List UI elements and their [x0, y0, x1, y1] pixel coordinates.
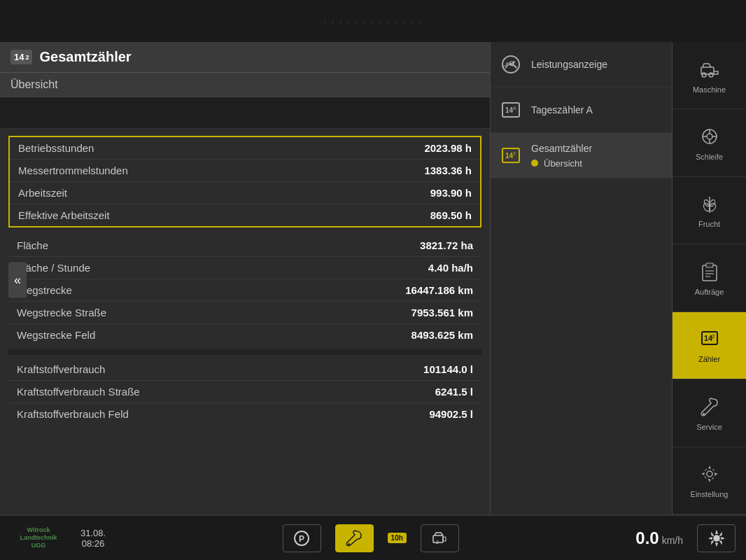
table-row: Kraftstoffverbrauch Straße 6241.5 l: [8, 381, 481, 403]
top-bar: · · · · · · · · · · · · ·: [0, 0, 746, 42]
svg-point-31: [703, 413, 705, 415]
svg-rect-38: [443, 537, 446, 541]
active-dot: [531, 160, 538, 167]
row-value: 16447.186 km: [405, 284, 473, 296]
subtitle-bar: Übersicht: [0, 73, 490, 97]
time-badge: 10h: [388, 533, 407, 543]
table-row: Fläche 3821.72 ha: [8, 234, 481, 257]
left-panel: 14 2 Gesamtzähler Übersicht Betriebsstun…: [0, 42, 491, 514]
taskbar-controls: P 10h 2: [120, 524, 621, 552]
table-row: Wegstrecke Straße 7953.561 km: [8, 302, 481, 324]
far-right-label-schleifer: Schleife: [696, 153, 723, 162]
far-right-frucht[interactable]: Frucht: [673, 177, 746, 244]
taskbar-right-icons: [697, 524, 736, 552]
svg-rect-24: [706, 263, 713, 267]
counter14a-icon: 14 A: [498, 97, 524, 123]
far-right-panel: Maschine Schleife: [673, 42, 746, 514]
taskbar-date: 31.08.: [80, 528, 106, 538]
svg-point-33: [704, 468, 715, 479]
top-bar-decoration: · · · · · · · · · · · · ·: [324, 16, 422, 27]
time-badge-group: 10h: [388, 533, 407, 543]
svg-point-32: [707, 471, 712, 477]
grinder-icon: [697, 124, 722, 149]
row-value: 7953.561 km: [411, 307, 473, 318]
table-row: Wegstrecke Feld 8493.625 km: [8, 324, 481, 346]
far-right-einstellung[interactable]: Einstellung: [673, 447, 746, 514]
far-right-auftraege[interactable]: Aufträge: [673, 244, 746, 312]
wheat-icon: [697, 191, 722, 216]
row-value: 869.50 h: [430, 209, 472, 221]
parking-button[interactable]: P: [283, 524, 321, 552]
row-label: Kraftstoffverbrauch Straße: [17, 386, 140, 398]
taskbar-brand: Witrock Landtechnik UGG: [10, 526, 66, 549]
sidebar-label-tageszaehler: Tageszähler A: [531, 104, 593, 116]
row-label: Messertrommelstunden: [18, 164, 128, 176]
far-right-schleifer[interactable]: Schleife: [673, 109, 746, 176]
section-fuel: Kraftstoffverbrauch 101144.0 l Kraftstof…: [8, 358, 481, 425]
taskbar-time: 08:26: [82, 538, 105, 549]
svg-point-40: [714, 536, 719, 541]
svg-text:2: 2: [513, 151, 516, 156]
main-title: Gesamtzähler: [39, 49, 131, 65]
taskbar-datetime: 31.08. 08:26: [80, 528, 106, 549]
row-value: 4.40 ha/h: [428, 262, 473, 274]
row-value: 3821.72 ha: [420, 239, 473, 251]
sidebar-label-gesamtzaehler: Gesamtzähler: [531, 142, 592, 155]
title-icon-number: 14: [14, 52, 24, 62]
row-label: Fläche / Stunde: [17, 262, 90, 274]
title-bar: 14 2 Gesamtzähler: [0, 42, 490, 73]
svg-text:14: 14: [505, 106, 514, 114]
row-value: 94902.5 l: [429, 408, 473, 420]
row-value: 993.90 h: [430, 187, 472, 199]
svg-point-11: [709, 73, 713, 77]
cabin-button[interactable]: 2: [421, 524, 459, 552]
settings-taskbar-button[interactable]: [697, 524, 736, 552]
far-right-label-service: Service: [696, 423, 722, 432]
right-sidebar: Leistungsanzeige 14 A Tageszähler A: [491, 42, 673, 514]
section-divider: [8, 349, 481, 355]
sidebar-label-leistungsanzeige: Leistungsanzeige: [531, 58, 607, 71]
sidebar-item-leistungsanzeige[interactable]: Leistungsanzeige: [491, 42, 672, 88]
nav-back-button[interactable]: «: [8, 262, 27, 298]
far-right-label-auftraege: Aufträge: [695, 288, 724, 297]
section-distance: Fläche 3821.72 ha Fläche / Stunde 4.40 h…: [8, 234, 481, 346]
row-label: Arbeitszeit: [18, 187, 67, 199]
svg-point-13: [707, 134, 712, 139]
wrench-button[interactable]: [335, 524, 374, 552]
svg-text:2: 2: [712, 333, 715, 340]
table-row: Arbeitszeit 993.90 h: [10, 182, 480, 204]
far-right-maschine[interactable]: Maschine: [673, 42, 746, 109]
table-row: Effektive Arbeitszeit 869.50 h: [10, 204, 480, 226]
counter-icon: 14 2: [697, 326, 722, 351]
far-right-label-maschine: Maschine: [693, 85, 726, 94]
title-icon-sub: 2: [25, 54, 29, 61]
data-content: Betriebsstunden 2023.98 h Messertrommels…: [0, 129, 490, 514]
far-right-service[interactable]: Service: [673, 379, 746, 447]
subtitle-text: Übersicht: [10, 78, 58, 90]
row-label: Kraftstoffverbrauch: [17, 363, 105, 375]
sidebar-item-gesamtzaehler[interactable]: 14 2 Gesamtzähler Übersicht: [491, 133, 672, 178]
screen: · · · · · · · · · · · · · 14 2 Gesamtzäh…: [0, 0, 746, 560]
taskbar: Witrock Landtechnik UGG 31.08. 08:26 P: [0, 514, 746, 560]
row-value: 6241.5 l: [435, 386, 473, 398]
row-value: 101144.0 l: [423, 363, 473, 375]
dark-separator: [0, 97, 490, 129]
svg-text:A: A: [513, 106, 516, 111]
machine-icon: [697, 57, 722, 82]
settings-icon: [697, 461, 722, 486]
row-label: Effektive Arbeitszeit: [18, 209, 110, 221]
subitem-label: Übersicht: [544, 158, 582, 169]
table-row: Kraftstoffverbrauch 101144.0 l: [8, 358, 481, 381]
svg-point-10: [702, 73, 706, 77]
sidebar-subitem-ubersicht[interactable]: Übersicht: [531, 158, 592, 169]
svg-text:14: 14: [505, 152, 514, 160]
far-right-label-frucht: Frucht: [698, 220, 720, 229]
far-right-zaehler[interactable]: 14 2 Zähler: [673, 312, 746, 379]
row-label: Wegstrecke Feld: [17, 329, 95, 341]
svg-text:P: P: [299, 534, 304, 544]
sidebar-item-tageszaehler[interactable]: 14 A Tageszähler A: [491, 88, 672, 133]
svg-point-2: [509, 63, 512, 66]
far-right-label-einstellung: Einstellung: [691, 490, 729, 499]
row-value: 8493.625 km: [411, 329, 473, 341]
brand-logo: Witrock Landtechnik UGG: [20, 526, 57, 549]
